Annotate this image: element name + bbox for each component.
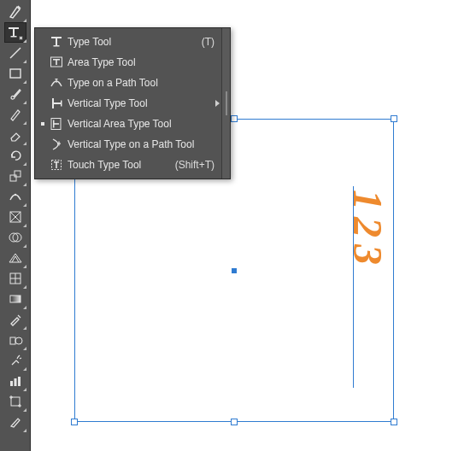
svg-rect-28 [56,37,57,46]
svg-rect-22 [11,397,20,406]
touch-type-icon [47,158,66,172]
type-tool[interactable] [4,22,26,43]
pencil-tool[interactable] [4,104,26,125]
handle-bm[interactable] [231,419,238,425]
svg-rect-21 [18,377,21,386]
vertical-type-text[interactable]: 123 [347,190,388,272]
svg-rect-17 [10,337,15,344]
shape-builder-tool[interactable] [4,227,26,248]
svg-rect-4 [10,69,21,78]
menu-label: Type Tool [66,36,193,48]
svg-rect-32 [56,59,57,65]
menu-type-on-path-tool[interactable]: Type on a Path Tool [35,73,221,93]
menu-type-tool[interactable]: Type Tool (T) [35,32,221,52]
svg-point-7 [14,194,15,196]
type-tool-flyout[interactable]: Type Tool (T) Area Type Tool Type on a P… [34,27,231,179]
width-tool[interactable] [4,186,26,207]
svg-line-3 [10,48,21,58]
svg-rect-6 [15,171,21,177]
blend-tool[interactable] [4,330,26,350]
handle-br[interactable] [391,419,397,425]
handle-tr[interactable] [391,115,397,122]
menu-label: Vertical Area Type Tool [66,118,206,130]
tearoff-grip [226,91,227,115]
svg-rect-37 [61,101,62,107]
submenu-indicator [215,100,220,107]
center-point[interactable] [232,268,237,273]
menu-vertical-type-on-path-tool[interactable]: Vertical Type on a Path Tool [35,134,221,155]
svg-rect-16 [10,296,21,302]
pen-tool[interactable] [4,2,26,22]
menu-shortcut: (Shift+T) [167,159,214,171]
svg-rect-20 [14,378,16,386]
paintbrush-tool[interactable] [4,84,26,104]
varea-type-icon [47,117,66,131]
rotate-tool[interactable] [4,145,26,166]
svg-point-18 [15,337,22,344]
perspective-grid-tool[interactable] [4,248,26,268]
line-segment-tool[interactable] [4,43,26,63]
mesh-tool[interactable] [4,268,26,289]
type-icon [47,35,66,49]
selected-marker [41,122,44,126]
flyout-tearoff-bar[interactable] [221,28,230,179]
menu-vertical-type-tool[interactable]: Vertical Type Tool [35,93,221,114]
svg-rect-40 [53,123,59,125]
svg-rect-36 [52,102,62,104]
flyout-items: Type Tool (T) Area Type Tool Type on a P… [35,28,221,179]
handle-tm[interactable] [231,115,238,122]
menu-label: Area Type Tool [66,56,206,68]
type-path-icon [47,76,66,90]
svg-rect-42 [58,142,59,146]
svg-rect-29 [54,45,60,47]
handle-bl[interactable] [71,419,78,425]
slice-tool[interactable] [4,412,26,432]
eraser-tool[interactable] [4,125,26,145]
column-graph-tool[interactable] [4,371,26,391]
toolbar [0,0,31,451]
svg-rect-2 [10,36,16,38]
artboard-tool[interactable] [4,391,26,412]
menu-label: Vertical Type Tool [66,97,206,109]
scale-tool[interactable] [4,166,26,186]
svg-rect-5 [10,175,16,181]
svg-rect-1 [13,27,15,37]
svg-rect-19 [10,381,13,386]
svg-rect-34 [56,79,57,83]
menu-vertical-area-type-tool[interactable]: Vertical Area Type Tool [35,114,221,134]
svg-rect-45 [56,161,57,168]
eyedropper-tool[interactable] [4,309,26,330]
rectangle-tool[interactable] [4,63,26,84]
symbol-sprayer-tool[interactable] [4,350,26,371]
menu-area-type-tool[interactable]: Area Type Tool [35,52,221,73]
free-transform-tool[interactable] [4,207,26,227]
menu-shortcut: (T) [193,36,214,48]
menu-touch-type-tool[interactable]: Touch Type Tool (Shift+T) [35,155,221,175]
menu-label: Vertical Type on a Path Tool [66,138,206,150]
menu-label: Touch Type Tool [66,159,167,171]
menu-label: Type on a Path Tool [66,77,206,89]
vtype-path-icon [47,138,66,151]
gradient-tool[interactable] [4,289,26,309]
vtype-icon [47,97,66,110]
area-type-icon [47,56,66,69]
